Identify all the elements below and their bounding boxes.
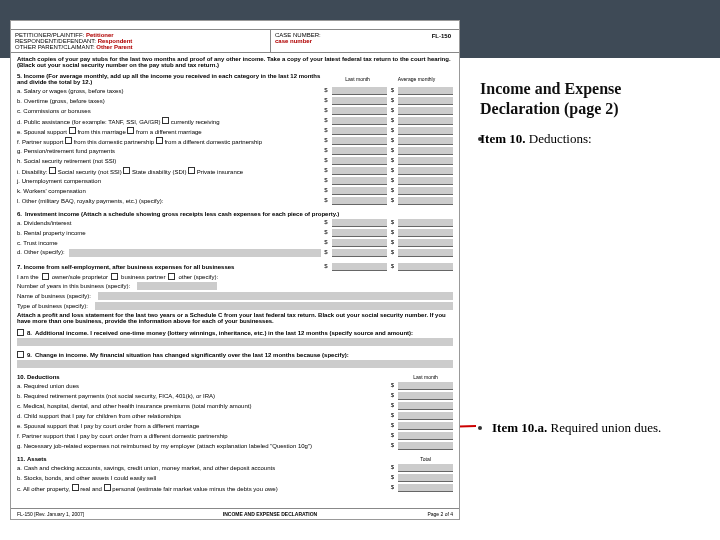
s5b: b. Overtime (gross, before taxes) [17, 98, 321, 104]
s5l: l. Other (military BAQ, royalty payments… [17, 198, 321, 204]
s5k: k. Workers' compensation [17, 188, 321, 194]
s11-title: Assets [27, 456, 47, 462]
s7-yrs: Number of years in this business (specif… [17, 283, 130, 289]
s11b: b. Stocks, bonds, and other assets I cou… [17, 475, 327, 481]
s5c: c. Commissions or bonuses [17, 108, 321, 114]
s6-num: 6. [17, 211, 22, 217]
otherparent-label: OTHER PARENT/CLAIMANT: [15, 44, 95, 50]
s5e: e. Spousal support [17, 129, 67, 135]
item10-bold: Item 10. [480, 131, 526, 146]
s11a: a. Cash and checking accounts, savings, … [17, 465, 327, 471]
form-code: FL-150 [432, 33, 451, 39]
annotation-item10: Item 10. Deductions: [480, 131, 592, 147]
s5g: g. Pension/retirement fund payments [17, 148, 321, 154]
annotation-item10a: Item 10.a. Required union dues. [492, 420, 661, 436]
s5a: a. Salary or wages (gross, before taxes) [17, 88, 321, 94]
s5d: d. Public assistance (for example: TANF,… [17, 119, 161, 125]
s6d: d. Other (specify): [17, 249, 65, 257]
otherparent-val: Other Parent [96, 44, 132, 50]
s6b: b. Rental property income [17, 230, 321, 236]
footer-left: FL-150 [Rev. January 1, 2007] [17, 511, 147, 517]
s10c: c. Medical, hospital, dental, and other … [17, 403, 327, 409]
s7-type: Type of business (specify): [17, 303, 88, 309]
s8-num: 8. [27, 330, 32, 336]
s10b: b. Required retirement payments (not soc… [17, 393, 327, 399]
case-val: case number [275, 38, 455, 44]
checkbox [162, 117, 169, 124]
s10-num: 10. [17, 374, 25, 380]
s10f: f. Partner support that I pay by court o… [17, 433, 327, 439]
s9-num: 9. [27, 352, 32, 358]
amt [332, 87, 387, 95]
s7-name: Name of business (specify): [17, 293, 91, 299]
s5h: h. Social security retirement (not SSI) [17, 158, 321, 164]
item10a-bold: Item 10.a. [492, 420, 547, 435]
item10-text: Deductions: [526, 131, 592, 146]
s6-title: Investment income (Attach a schedule sho… [25, 211, 339, 217]
s5-col1: Last month [330, 76, 385, 82]
s6c: c. Trust income [17, 240, 321, 246]
annotation-title: Income and Expense Declaration (page 2) [480, 79, 705, 119]
bullet [478, 426, 482, 430]
s7-title: Income from self-employment, after busin… [24, 264, 235, 270]
s5-title: Income (For average monthly, add up all … [17, 73, 320, 85]
s10g: g. Necessary job-related expenses not re… [17, 443, 327, 449]
attach-note: Attach copies of your pay stubs for the … [11, 53, 459, 69]
s10-title: Deductions [27, 374, 60, 380]
s7-num: 7. [17, 264, 22, 270]
footer-right: Page 2 of 4 [393, 511, 453, 517]
s5-col2: Average monthly [389, 76, 444, 82]
s10d: d. Child support that I pay for children… [17, 413, 327, 419]
form-footer: FL-150 [Rev. January 1, 2007] INCOME AND… [11, 508, 459, 519]
s10-col: Last month [398, 374, 453, 380]
s9-title: Change in income. My financial situation… [35, 352, 349, 358]
s11-col: Total [398, 456, 453, 462]
s5j: j. Unemployment compensation [17, 178, 321, 184]
s10a: a. Required union dues [17, 383, 327, 389]
footer-mid: INCOME AND EXPENSE DECLARATION [147, 511, 393, 517]
s7-note: Attach a profit and loss statement for t… [11, 311, 459, 325]
s11-num: 11. [17, 456, 25, 462]
amt [398, 87, 453, 95]
s5i: i. Disability: [17, 169, 47, 175]
s5f: f. Partner support [17, 139, 63, 145]
s6a: a. Dividends/interest [17, 220, 321, 226]
s10e: e. Spousal support that I pay by court o… [17, 423, 327, 429]
form-page-2: FL-150 PETITIONER/PLAINTIFF: Petitioner … [10, 20, 460, 520]
s8-title: Additional income. I received one-time m… [35, 330, 413, 336]
item10a-text: Required union dues. [547, 420, 661, 435]
s11c: c. All other property, [17, 486, 70, 492]
